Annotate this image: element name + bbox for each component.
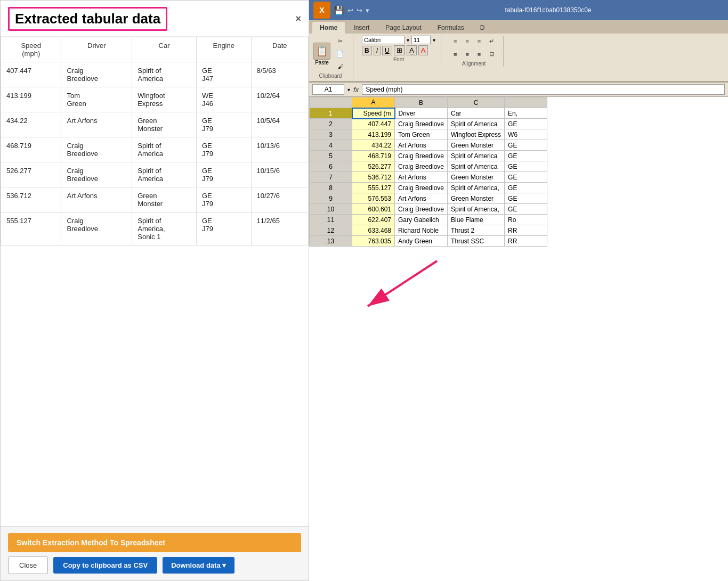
align-bottom-button[interactable]: ≡ xyxy=(474,36,484,47)
spreadsheet-cell[interactable]: 526.277 xyxy=(352,161,395,172)
row-header[interactable]: 5 xyxy=(310,151,352,161)
row-header[interactable]: 8 xyxy=(310,183,352,193)
spreadsheet-cell[interactable]: GE xyxy=(505,172,547,183)
align-center-button[interactable]: ≡ xyxy=(462,48,472,60)
formula-input[interactable] xyxy=(362,84,725,95)
tab-page-layout[interactable]: Page Layout xyxy=(378,22,428,34)
spreadsheet-cell[interactable]: 468.719 xyxy=(352,151,395,161)
spreadsheet-cell[interactable]: 763.035 xyxy=(352,236,395,247)
col-header-c[interactable]: C xyxy=(448,97,505,108)
spreadsheet-cell[interactable]: Spirit of America, xyxy=(448,204,505,215)
spreadsheet-cell[interactable]: Green Monster xyxy=(448,172,505,183)
row-header[interactable]: 3 xyxy=(310,129,352,140)
spreadsheet-cell[interactable]: 633.468 xyxy=(352,225,395,236)
wrap-text-button[interactable]: ↵ xyxy=(486,36,498,47)
spreadsheet-cell[interactable]: W6 xyxy=(505,129,547,140)
redo-icon[interactable]: ↪ xyxy=(357,6,362,14)
row-header[interactable]: 13 xyxy=(310,236,352,247)
spreadsheet-cell[interactable]: Craig Breedlove xyxy=(395,183,448,193)
bold-button[interactable]: B xyxy=(362,46,372,55)
align-top-button[interactable]: ≡ xyxy=(450,36,460,47)
spreadsheet-cell[interactable]: Green Monster xyxy=(448,193,505,204)
spreadsheet-cell[interactable]: En, xyxy=(505,108,547,119)
cut-button[interactable]: ✂ xyxy=(333,36,347,47)
spreadsheet-cell[interactable]: 555.127 xyxy=(352,183,395,193)
spreadsheet-cell[interactable]: Craig Breedlove xyxy=(395,119,448,129)
spreadsheet-cell[interactable]: Andy Green xyxy=(395,236,448,247)
spreadsheet-cell[interactable]: Car xyxy=(448,108,505,119)
download-button[interactable]: Download data ▾ xyxy=(163,557,234,574)
spreadsheet-cell[interactable]: Green Monster xyxy=(448,140,505,151)
format-painter-button[interactable]: 🖌 xyxy=(333,61,347,72)
row-header[interactable]: 9 xyxy=(310,193,352,204)
spreadsheet-cell[interactable]: GE xyxy=(505,161,547,172)
align-middle-button[interactable]: ≡ xyxy=(462,36,472,47)
spreadsheet-cell[interactable]: Wingfoot Express xyxy=(448,129,505,140)
font-size-dropdown-icon[interactable]: ▾ xyxy=(433,37,435,43)
spreadsheet-cell[interactable]: 600.601 xyxy=(352,204,395,215)
spreadsheet-cell[interactable]: Spirit of America, xyxy=(448,183,505,193)
spreadsheet-cell[interactable]: 536.712 xyxy=(352,172,395,183)
spreadsheet-cell[interactable]: 576.553 xyxy=(352,193,395,204)
spreadsheet-cell[interactable]: RR xyxy=(505,225,547,236)
tab-insert[interactable]: Insert xyxy=(346,22,377,34)
row-header[interactable]: 2 xyxy=(310,119,352,129)
spreadsheet-cell[interactable]: GE xyxy=(505,183,547,193)
spreadsheet-cell[interactable]: 407.447 xyxy=(352,119,395,129)
cell-reference-input[interactable] xyxy=(312,84,344,95)
spreadsheet-cell[interactable]: Art Arfons xyxy=(395,140,448,151)
spreadsheet-cell[interactable]: Craig Breedlove xyxy=(395,151,448,161)
align-left-button[interactable]: ≡ xyxy=(450,48,460,60)
spreadsheet-cell[interactable]: Craig Breedlove xyxy=(395,161,448,172)
merge-button[interactable]: ⊟ xyxy=(486,48,498,60)
col-header-a[interactable]: A xyxy=(352,97,395,108)
tab-formulas[interactable]: Formulas xyxy=(430,22,472,34)
row-header[interactable]: 7 xyxy=(310,172,352,183)
col-header-b[interactable]: B xyxy=(395,97,448,108)
font-color-button[interactable]: A xyxy=(418,45,428,55)
spreadsheet-cell[interactable]: GE xyxy=(505,151,547,161)
spreadsheet-cell[interactable]: GE xyxy=(505,204,547,215)
spreadsheet-cell[interactable]: Ro xyxy=(505,215,547,225)
spreadsheet-cell[interactable]: RR xyxy=(505,236,547,247)
spreadsheet-cell[interactable]: GE xyxy=(505,140,547,151)
spreadsheet-cell[interactable]: Gary Gabelich xyxy=(395,215,448,225)
spreadsheet-cell[interactable]: Craig Breedlove xyxy=(395,204,448,215)
row-header[interactable]: 6 xyxy=(310,161,352,172)
spreadsheet-cell[interactable]: Speed (m xyxy=(352,108,395,119)
row-header[interactable]: 10 xyxy=(310,204,352,215)
spreadsheet-cell[interactable]: 434.22 xyxy=(352,140,395,151)
font-dropdown-icon[interactable]: ▾ xyxy=(407,37,409,43)
row-header[interactable]: 12 xyxy=(310,225,352,236)
italic-button[interactable]: I xyxy=(374,46,381,55)
tab-d[interactable]: D xyxy=(473,22,492,34)
spreadsheet-cell[interactable]: Spirit of America xyxy=(448,161,505,172)
spreadsheet-cell[interactable]: Richard Noble xyxy=(395,225,448,236)
align-right-button[interactable]: ≡ xyxy=(474,48,484,60)
dropdown-icon[interactable]: ▾ xyxy=(347,87,350,93)
close-button[interactable]: Close xyxy=(8,557,48,574)
save-icon[interactable]: 💾 xyxy=(334,5,344,15)
paste-button[interactable]: 📋 Paste xyxy=(313,43,330,66)
spreadsheet-cell[interactable]: 413.199 xyxy=(352,129,395,140)
font-size-input[interactable] xyxy=(411,36,431,44)
spreadsheet-cell[interactable]: Blue Flame xyxy=(448,215,505,225)
undo-icon[interactable]: ↩ xyxy=(347,6,353,14)
spreadsheet-cell[interactable]: Thrust 2 xyxy=(448,225,505,236)
border-button[interactable]: ⊞ xyxy=(394,45,405,55)
spreadsheet-cell[interactable]: Driver xyxy=(395,108,448,119)
copy-button[interactable]: 📄 xyxy=(333,48,347,60)
spreadsheet-cell[interactable]: Thrust SSC xyxy=(448,236,505,247)
highlight-button[interactable]: A̲ xyxy=(407,45,417,55)
row-header[interactable]: 1 xyxy=(310,108,352,119)
switch-extraction-button[interactable]: Switch Extraction Method To Spreadsheet xyxy=(8,533,301,552)
row-header[interactable]: 11 xyxy=(310,215,352,225)
spreadsheet-cell[interactable]: Spirit of America xyxy=(448,119,505,129)
copy-csv-button[interactable]: Copy to clipboard as CSV xyxy=(53,557,157,574)
close-icon[interactable]: × xyxy=(295,13,301,24)
spreadsheet-cell[interactable]: Art Arfons xyxy=(395,172,448,183)
font-name-input[interactable] xyxy=(362,36,405,44)
tab-home[interactable]: Home xyxy=(312,22,345,34)
spreadsheet-cell[interactable]: Spirit of America xyxy=(448,151,505,161)
spreadsheet-cell[interactable]: Tom Green xyxy=(395,129,448,140)
